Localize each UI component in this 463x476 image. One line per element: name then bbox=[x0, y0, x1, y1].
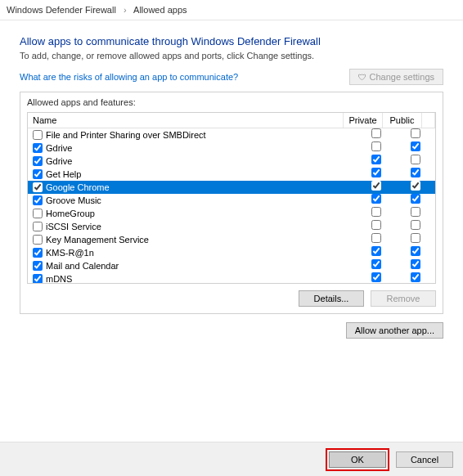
app-enabled-checkbox[interactable] bbox=[33, 195, 43, 205]
app-enabled-checkbox[interactable] bbox=[33, 130, 43, 140]
public-checkbox[interactable] bbox=[411, 220, 420, 230]
public-checkbox[interactable] bbox=[411, 168, 420, 177]
private-checkbox[interactable] bbox=[371, 259, 381, 269]
private-checkbox[interactable] bbox=[371, 194, 381, 204]
app-name-label: Key Management Service bbox=[46, 233, 149, 246]
table-row[interactable]: mDNS bbox=[28, 272, 435, 283]
private-checkbox[interactable] bbox=[371, 181, 381, 191]
private-checkbox[interactable] bbox=[371, 155, 381, 164]
public-checkbox[interactable] bbox=[411, 272, 420, 282]
public-checkbox[interactable] bbox=[411, 181, 420, 191]
public-checkbox[interactable] bbox=[411, 141, 420, 151]
ok-highlight: OK bbox=[326, 448, 389, 471]
allowed-apps-group: Allowed apps and features: Name Private … bbox=[20, 92, 443, 314]
app-name-label: Gdrive bbox=[46, 141, 72, 155]
private-checkbox[interactable] bbox=[371, 168, 381, 177]
app-name-label: KMS-R@1n bbox=[46, 246, 94, 259]
table-body[interactable]: File and Printer Sharing over SMBDirectG… bbox=[28, 128, 435, 283]
change-settings-button[interactable]: Change settings bbox=[349, 69, 444, 85]
app-name-label: Google Chrome bbox=[46, 181, 110, 194]
public-checkbox[interactable] bbox=[411, 128, 420, 138]
table-row[interactable]: Get Help bbox=[28, 168, 435, 181]
table-row[interactable]: HomeGroup bbox=[28, 207, 435, 220]
public-checkbox[interactable] bbox=[411, 259, 420, 269]
public-checkbox[interactable] bbox=[411, 155, 420, 164]
app-enabled-checkbox[interactable] bbox=[33, 222, 43, 231]
app-name-label: Groove Music bbox=[46, 194, 101, 207]
breadcrumb-parent[interactable]: Windows Defender Firewall bbox=[7, 5, 116, 15]
page-title: Allow apps to communicate through Window… bbox=[20, 35, 443, 47]
app-enabled-checkbox[interactable] bbox=[33, 274, 43, 283]
remove-button[interactable]: Remove bbox=[371, 290, 436, 307]
table-row[interactable]: Mail and Calendar bbox=[28, 259, 435, 272]
private-checkbox[interactable] bbox=[371, 233, 381, 243]
table-row[interactable]: Key Management Service bbox=[28, 233, 435, 246]
apps-table: Name Private Public File and Printer Sha… bbox=[27, 112, 436, 284]
private-checkbox[interactable] bbox=[371, 272, 381, 282]
app-enabled-checkbox[interactable] bbox=[33, 261, 43, 271]
app-enabled-checkbox[interactable] bbox=[33, 248, 43, 258]
app-name-label: HomeGroup bbox=[46, 207, 95, 220]
group-label: Allowed apps and features: bbox=[27, 97, 436, 107]
app-name-label: Gdrive bbox=[46, 155, 72, 168]
private-checkbox[interactable] bbox=[371, 246, 381, 256]
app-enabled-checkbox[interactable] bbox=[33, 169, 43, 179]
breadcrumb: Windows Defender Firewall › Allowed apps bbox=[0, 0, 463, 20]
private-checkbox[interactable] bbox=[371, 128, 381, 138]
chevron-right-icon: › bbox=[124, 5, 127, 15]
column-name[interactable]: Name bbox=[28, 113, 344, 128]
table-row[interactable]: Gdrive bbox=[28, 141, 435, 155]
app-name-label: mDNS bbox=[46, 272, 72, 283]
app-name-label: Mail and Calendar bbox=[46, 259, 119, 272]
table-header: Name Private Public bbox=[28, 113, 435, 128]
dialog-footer: OK Cancel bbox=[0, 442, 463, 476]
allow-another-app-button[interactable]: Allow another app... bbox=[346, 322, 443, 339]
table-row[interactable]: Google Chrome bbox=[28, 181, 435, 194]
column-public[interactable]: Public bbox=[383, 113, 422, 128]
private-checkbox[interactable] bbox=[371, 141, 381, 151]
private-checkbox[interactable] bbox=[371, 207, 381, 217]
table-row[interactable]: Groove Music bbox=[28, 194, 435, 207]
app-enabled-checkbox[interactable] bbox=[33, 143, 43, 153]
app-name-label: iSCSI Service bbox=[46, 220, 101, 233]
app-enabled-checkbox[interactable] bbox=[33, 156, 43, 166]
breadcrumb-current: Allowed apps bbox=[133, 5, 187, 15]
public-checkbox[interactable] bbox=[411, 194, 420, 204]
column-private[interactable]: Private bbox=[344, 113, 383, 128]
cancel-button[interactable]: Cancel bbox=[396, 451, 453, 468]
app-enabled-checkbox[interactable] bbox=[33, 209, 43, 218]
app-name-label: File and Printer Sharing over SMBDirect bbox=[46, 128, 206, 141]
app-name-label: Get Help bbox=[46, 168, 81, 181]
public-checkbox[interactable] bbox=[411, 246, 420, 256]
scrollbar-header bbox=[422, 113, 435, 128]
page-subtext: To add, change, or remove allowed apps a… bbox=[20, 51, 443, 61]
ok-button[interactable]: OK bbox=[329, 451, 386, 468]
private-checkbox[interactable] bbox=[371, 220, 381, 230]
risk-link[interactable]: What are the risks of allowing an app to… bbox=[20, 72, 238, 82]
details-button[interactable]: Details... bbox=[299, 290, 364, 307]
table-row[interactable]: KMS-R@1n bbox=[28, 246, 435, 259]
table-row[interactable]: Gdrive bbox=[28, 155, 435, 168]
app-enabled-checkbox[interactable] bbox=[33, 182, 43, 192]
table-row[interactable]: File and Printer Sharing over SMBDirect bbox=[28, 128, 435, 141]
table-row[interactable]: iSCSI Service bbox=[28, 220, 435, 233]
public-checkbox[interactable] bbox=[411, 207, 420, 217]
public-checkbox[interactable] bbox=[411, 233, 420, 243]
app-enabled-checkbox[interactable] bbox=[33, 235, 43, 245]
